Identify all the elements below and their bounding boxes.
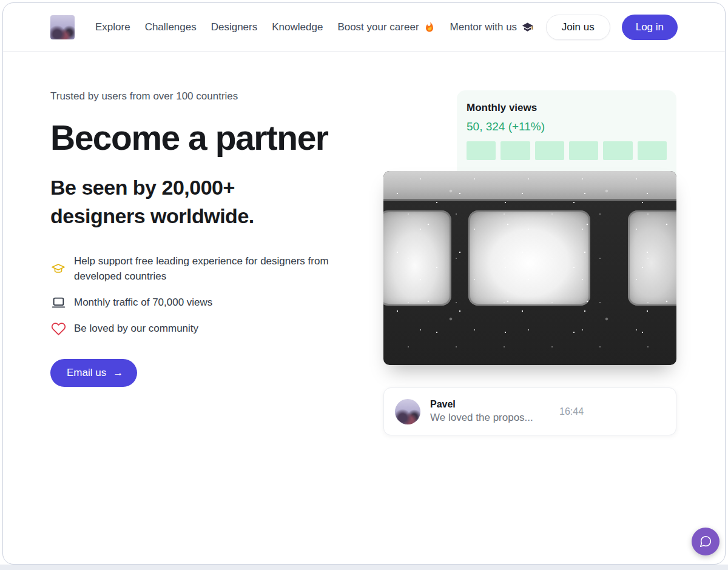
chat-texts: Pavel We loved the propos... — [430, 399, 548, 424]
list-item-text: Monthly traffic of 70,000 views — [74, 295, 212, 310]
heart-icon — [50, 320, 66, 336]
views-count: 50, 324 — [467, 120, 505, 133]
hero-subtitle: Be seen by 20,000+ designers worldwide. — [50, 173, 317, 230]
views-delta: (+11%) — [508, 120, 545, 133]
list-item: Help support free leading experience for… — [50, 253, 357, 284]
join-us-button[interactable]: Join us — [546, 15, 610, 40]
nav-item-label: Boost your career — [337, 21, 419, 33]
train-roof — [383, 171, 676, 201]
arrow-right-icon: → — [113, 367, 123, 379]
graduation-cap-icon — [521, 21, 533, 33]
page-title: Become a partner — [50, 118, 383, 158]
list-item-text: Help support free leading experience for… — [74, 253, 357, 284]
list-item: Monthly traffic of 70,000 views — [50, 294, 357, 310]
hero-content: Trusted by users from over 100 countries… — [50, 89, 383, 435]
chat-sender-name: Pavel — [430, 399, 548, 410]
views-bar — [603, 141, 632, 160]
logo-image[interactable] — [50, 15, 75, 39]
monthly-views-card: Monthly views 50, 324 (+11%) — [457, 90, 676, 181]
train-window-right — [628, 210, 676, 306]
train-window-photo — [383, 171, 676, 365]
views-bar — [467, 141, 496, 160]
laptop-icon — [50, 294, 66, 310]
views-bar — [638, 141, 667, 160]
nav-actions: Join us Log in — [546, 15, 678, 40]
chat-preview-card[interactable]: Pavel We loved the propos... 16:44 — [383, 387, 676, 435]
list-item: Be loved by our community — [50, 320, 357, 336]
avatar — [395, 399, 420, 424]
nav-item-knowledge[interactable]: Knowledge — [272, 21, 323, 33]
graduation-cap-outline-icon — [50, 261, 66, 277]
nav-item-challenges[interactable]: Challenges — [145, 21, 197, 33]
list-item-text: Be loved by our community — [74, 321, 198, 336]
views-bar — [500, 141, 530, 160]
trusted-eyebrow: Trusted by users from over 100 countries — [50, 90, 383, 102]
chat-fab-button[interactable] — [692, 528, 720, 555]
log-in-button[interactable]: Log in — [622, 15, 678, 40]
flame-icon — [423, 21, 436, 33]
nav-item-designers[interactable]: Designers — [211, 21, 258, 33]
hero-media: Monthly views 50, 324 (+11%) — [383, 89, 676, 435]
top-navigation: Explore Challenges Designers Knowledge B… — [3, 3, 725, 52]
email-us-label: Email us — [67, 367, 106, 379]
chat-message-preview: We loved the propos... — [430, 412, 548, 424]
views-bar-chart — [467, 141, 667, 160]
speech-bubble-icon — [699, 535, 712, 548]
views-bar — [569, 141, 598, 160]
nav-links: Explore Challenges Designers Knowledge B… — [95, 21, 533, 33]
nav-item-mentor-with-us[interactable]: Mentor with us — [450, 21, 534, 33]
nav-item-explore[interactable]: Explore — [95, 21, 130, 33]
views-bar — [535, 141, 564, 160]
page-bottom-strip — [0, 565, 728, 570]
page-frame: Explore Challenges Designers Knowledge B… — [2, 2, 726, 565]
email-us-button[interactable]: Email us → — [50, 359, 137, 387]
benefit-list: Help support free leading experience for… — [50, 253, 383, 336]
train-window-middle — [468, 210, 590, 306]
nav-item-label: Mentor with us — [450, 21, 517, 33]
monthly-views-value: 50, 324 (+11%) — [467, 120, 667, 133]
train-window-left — [383, 210, 451, 306]
monthly-views-title: Monthly views — [467, 102, 667, 114]
chat-timestamp: 16:44 — [559, 406, 584, 417]
hero-section: Trusted by users from over 100 countries… — [3, 52, 725, 435]
nav-item-boost-your-career[interactable]: Boost your career — [337, 21, 435, 33]
